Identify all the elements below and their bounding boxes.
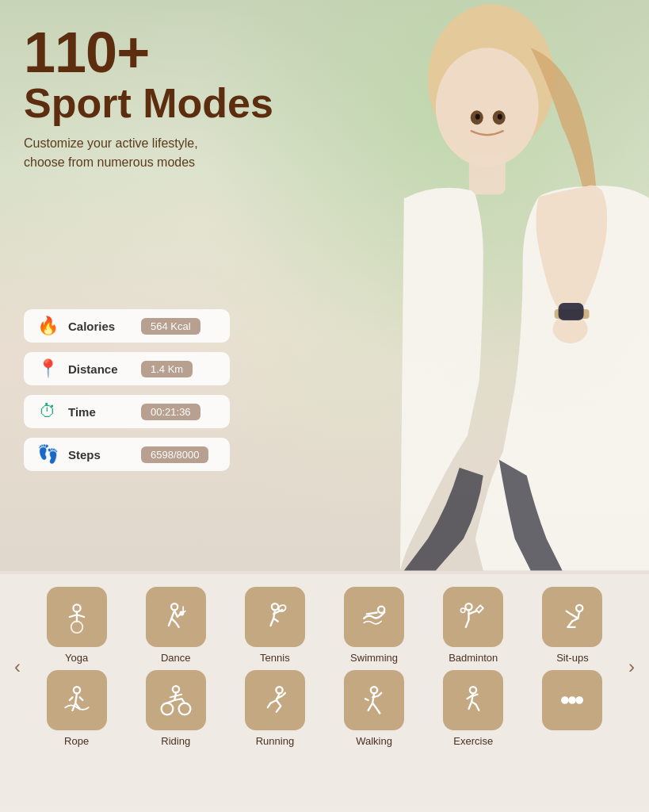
sport-item-running: Running	[228, 670, 321, 747]
badminton-label: Badminton	[449, 652, 498, 664]
svg-rect-2	[468, 155, 505, 194]
svg-point-16	[180, 612, 183, 615]
riding-label: Riding	[161, 735, 190, 747]
stat-steps: 👣 Steps 6598/8000	[24, 438, 230, 471]
exercise-icon-box[interactable]	[443, 670, 503, 730]
svg-point-29	[470, 687, 476, 693]
distance-label: Distance	[68, 362, 132, 376]
stat-time: ⏱ Time 00:21:36	[24, 395, 230, 428]
calories-value: 564 Kcal	[141, 318, 200, 335]
steps-label: Steps	[68, 448, 132, 462]
sport-item-situps: Sit-ups	[526, 587, 619, 664]
svg-point-27	[276, 687, 282, 693]
badminton-icon-box[interactable]	[443, 587, 503, 647]
sport-item-tennis: Tennis	[228, 587, 321, 664]
svg-point-22	[576, 605, 582, 611]
subtitle: Customize your active lifestyle, choose …	[24, 134, 273, 172]
sport-modes-number: 110+	[24, 24, 273, 81]
nav-right-arrow[interactable]: ›	[622, 656, 641, 678]
rope-icon-box[interactable]	[47, 670, 107, 730]
walking-icon-box[interactable]	[344, 670, 404, 730]
svg-line-13	[69, 615, 76, 617]
subtitle-line2: choose from numerous modes	[24, 155, 195, 169]
dance-label: Dance	[161, 652, 191, 664]
exercise-label: Exercise	[453, 735, 493, 747]
time-label: Time	[68, 405, 132, 419]
svg-point-23	[73, 687, 79, 693]
stat-calories: 🔥 Calories 564 Kcal	[24, 309, 230, 343]
svg-point-31	[570, 697, 575, 703]
distance-icon: 📍	[36, 358, 59, 379]
sport-item-badminton: Badminton	[427, 587, 520, 664]
swimming-icon-box[interactable]	[344, 587, 404, 647]
steps-value: 6598/8000	[141, 446, 208, 463]
svg-point-30	[563, 697, 568, 703]
sport-item-dance: Dance	[129, 587, 222, 664]
svg-point-15	[171, 603, 178, 610]
nav-left-arrow[interactable]: ‹	[8, 656, 27, 678]
time-value: 00:21:36	[141, 404, 200, 420]
dance-icon-box[interactable]	[146, 587, 206, 647]
svg-point-24	[173, 686, 179, 692]
svg-point-1	[435, 48, 538, 167]
hero-figure	[325, 0, 650, 571]
tennis-icon-box[interactable]	[245, 587, 305, 647]
yoga-icon-box[interactable]	[47, 587, 107, 647]
svg-point-25	[161, 703, 173, 715]
sport-item-swimming: Swimming	[327, 587, 420, 664]
swimming-label: Swimming	[350, 652, 398, 664]
svg-line-14	[77, 615, 84, 617]
running-icon-box[interactable]	[245, 670, 305, 730]
rope-label: Rope	[64, 735, 89, 747]
riding-icon-box[interactable]	[146, 670, 206, 730]
subtitle-line1: Customize your active lifestyle,	[24, 136, 198, 150]
tennis-label: Tennis	[260, 652, 290, 664]
walking-label: Walking	[356, 735, 392, 747]
yoga-label: Yoga	[65, 652, 88, 664]
svg-point-10	[73, 604, 80, 611]
svg-point-8	[475, 114, 479, 120]
sport-item-riding: Riding	[129, 670, 222, 747]
svg-point-20	[466, 603, 472, 610]
distance-value: 1.4 Km	[141, 361, 193, 377]
more-icon-box[interactable]	[542, 670, 602, 730]
svg-point-9	[497, 114, 502, 120]
sport-item-walking: Walking	[327, 670, 420, 747]
calories-icon: 🔥	[36, 316, 59, 336]
stat-distance: 📍 Distance 1.4 Km	[24, 352, 230, 385]
running-label: Running	[256, 735, 294, 747]
stats-section: 🔥 Calories 564 Kcal 📍 Distance 1.4 Km ⏱ …	[24, 309, 230, 471]
heading-area: 110+ Sport Modes Customize your active l…	[24, 24, 273, 172]
situps-icon-box[interactable]	[542, 587, 602, 647]
sport-item-more	[526, 670, 619, 747]
sport-grid-wrapper: ‹ Yoga	[0, 587, 649, 747]
svg-point-28	[371, 687, 377, 693]
sport-item-exercise: Exercise	[427, 670, 520, 747]
time-icon: ⏱	[36, 401, 59, 422]
sport-modes-title: Sport Modes	[24, 81, 273, 126]
calories-label: Calories	[68, 320, 132, 333]
steps-icon: 👣	[36, 444, 59, 465]
svg-point-11	[71, 622, 82, 634]
svg-point-32	[577, 697, 582, 703]
svg-point-26	[178, 703, 190, 715]
sport-item-yoga: Yoga	[30, 587, 123, 664]
svg-point-21	[461, 608, 466, 613]
sport-item-rope: Rope	[30, 670, 123, 747]
sport-grid: Yoga Dance	[27, 587, 622, 747]
bottom-section: ‹ Yoga	[0, 574, 649, 812]
situps-label: Sit-ups	[556, 652, 588, 664]
svg-rect-5	[558, 303, 583, 320]
svg-point-17	[272, 603, 278, 610]
